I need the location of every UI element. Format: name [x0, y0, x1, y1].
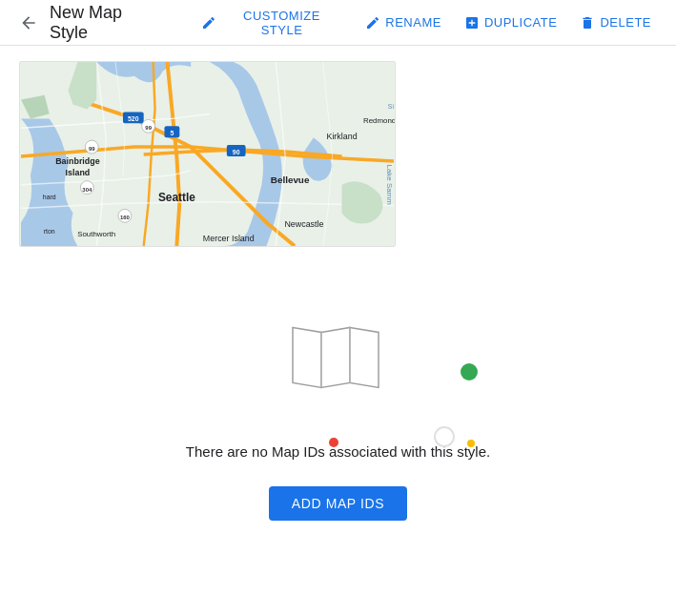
svg-text:Kirkland: Kirkland: [326, 132, 357, 141]
svg-text:Bellevue: Bellevue: [271, 175, 310, 185]
delete-button[interactable]: DELETE: [570, 10, 661, 36]
map-svg: 5 90 520 99 99 304 160 Bainbridge Island…: [20, 62, 395, 246]
svg-text:Newcastle: Newcastle: [284, 219, 323, 229]
gray-circle-large: [434, 426, 455, 447]
svg-text:304: 304: [82, 187, 92, 193]
svg-text:99: 99: [145, 125, 152, 131]
empty-state: There are no Map IDs associated with thi…: [19, 247, 657, 549]
customize-style-button[interactable]: CUSTOMIZE STYLE: [192, 3, 353, 43]
rename-pencil-icon: [365, 15, 380, 31]
duplicate-button[interactable]: DUPLICATE: [455, 10, 567, 36]
svg-text:160: 160: [120, 215, 131, 220]
svg-text:hard: hard: [43, 194, 56, 200]
header: New Map Style CUSTOMIZE STYLE RENAME DUP…: [0, 0, 676, 46]
folded-map-icon: [291, 322, 386, 398]
svg-text:Lake Samm: Lake Samm: [385, 165, 394, 206]
delete-label: DELETE: [600, 15, 651, 30]
duplicate-label: DUPLICATE: [484, 15, 558, 30]
trash-icon: [580, 15, 595, 31]
rename-label: RENAME: [385, 15, 441, 30]
page-title: New Map Style: [50, 3, 165, 43]
back-button[interactable]: [15, 10, 42, 36]
green-dot: [461, 363, 478, 380]
svg-text:Redmond: Redmond: [363, 116, 395, 125]
svg-text:Mercer Island: Mercer Island: [203, 234, 255, 243]
svg-text:Island: Island: [66, 168, 91, 177]
illustration-container: [253, 285, 424, 428]
svg-text:Southworth: Southworth: [77, 230, 115, 238]
rename-button[interactable]: RENAME: [356, 10, 451, 36]
yellow-dot: [467, 440, 475, 447]
duplicate-icon: [464, 15, 480, 31]
svg-text:5: 5: [170, 130, 174, 136]
map-preview: 5 90 520 99 99 304 160 Bainbridge Island…: [19, 61, 396, 247]
svg-text:Seattle: Seattle: [158, 191, 195, 204]
svg-text:520: 520: [128, 115, 139, 122]
svg-text:Si: Si: [388, 103, 395, 110]
red-dot: [329, 438, 338, 447]
svg-text:Bainbridge: Bainbridge: [55, 156, 99, 166]
svg-text:99: 99: [89, 146, 95, 152]
header-actions: CUSTOMIZE STYLE RENAME DUPLICATE DELETE: [192, 3, 661, 43]
customize-style-label: CUSTOMIZE STYLE: [221, 9, 343, 37]
main-content: 5 90 520 99 99 304 160 Bainbridge Island…: [0, 46, 676, 565]
svg-text:rton: rton: [44, 228, 55, 235]
pencil-icon: [201, 15, 216, 31]
svg-text:90: 90: [233, 149, 240, 155]
add-map-ids-button[interactable]: ADD MAP IDS: [269, 486, 407, 521]
